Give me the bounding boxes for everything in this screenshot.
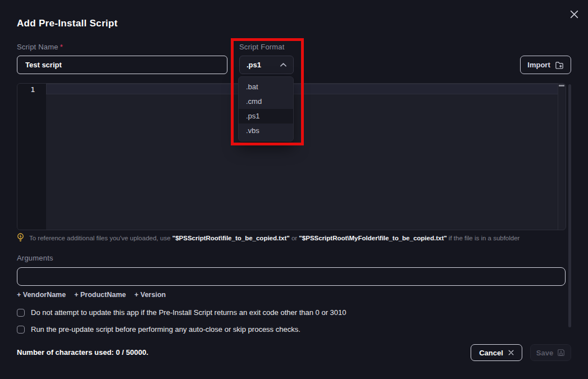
format-option-cmd[interactable]: .cmd <box>239 94 293 109</box>
arguments-label: Arguments <box>17 254 53 262</box>
save-floppy-icon <box>557 349 565 357</box>
editor-line-number-gutter: 1 <box>17 84 46 230</box>
checkbox-exit-code-label: Do not attempt to update this app if the… <box>31 308 347 317</box>
required-asterisk: * <box>60 43 63 51</box>
script-name-input[interactable] <box>17 56 227 74</box>
checkbox-row-exit-code[interactable]: Do not attempt to update this app if the… <box>17 308 347 317</box>
import-button[interactable]: Import <box>520 56 571 74</box>
script-name-label: Script Name* <box>17 43 63 51</box>
checkbox-run-pre-update-label: Run the pre-update script before perform… <box>31 325 300 334</box>
format-option-bat[interactable]: .bat <box>239 80 293 94</box>
format-option-ps1[interactable]: .ps1 <box>239 109 293 124</box>
hint-path-1: "$PSScriptRoot\file_to_be_copied.txt" <box>172 235 290 241</box>
lightbulb-icon <box>17 233 24 243</box>
editor-active-line-highlight <box>46 84 558 94</box>
page-scrollbar-thumb[interactable] <box>568 84 571 327</box>
editor-scrollbar-thumb[interactable] <box>559 85 564 86</box>
token-vendor-name[interactable]: + VendorName <box>17 291 66 299</box>
format-option-vbs[interactable]: .vbs <box>239 124 293 138</box>
checkbox-run-pre-update[interactable] <box>17 326 25 334</box>
modal-title: Add Pre-Install Script <box>17 18 117 29</box>
editor-scrollbar-track <box>558 84 558 230</box>
hint-text-or: or <box>290 235 299 241</box>
argument-token-row: + VendorName + ProductName + Version <box>17 291 166 299</box>
upload-hint: To reference additional files you've upl… <box>17 232 519 243</box>
chevron-up-icon <box>280 63 286 67</box>
hint-path-2: "$PSScriptRoot\MyFolder\file_to_be_copie… <box>299 235 446 241</box>
folder-plus-icon <box>555 61 564 69</box>
cancel-button[interactable]: Cancel <box>471 344 522 361</box>
hint-text-suffix: if the file is in a subfolder <box>447 235 520 241</box>
script-format-dropdown-menu: .bat .cmd .ps1 .vbs <box>238 76 294 141</box>
checkbox-exit-code[interactable] <box>17 309 25 317</box>
import-button-label: Import <box>527 61 550 69</box>
save-button[interactable]: Save <box>530 344 571 361</box>
line-number: 1 <box>31 86 35 94</box>
script-format-label: Script Format <box>239 43 285 51</box>
save-button-label: Save <box>536 349 553 357</box>
checkbox-row-run-pre-update[interactable]: Run the pre-update script before perform… <box>17 325 300 334</box>
script-format-selected-value: .ps1 <box>247 61 261 69</box>
hint-text-prefix: To reference additional files you've upl… <box>29 235 172 241</box>
close-icon <box>569 10 579 19</box>
close-button[interactable] <box>568 8 580 20</box>
character-counter: Number of characters used: 0 / 50000. <box>17 348 148 357</box>
script-format-select[interactable]: .ps1 <box>239 56 294 74</box>
arguments-input[interactable] <box>17 267 566 286</box>
cancel-x-icon <box>508 350 514 355</box>
token-product-name[interactable]: + ProductName <box>74 291 126 299</box>
token-version[interactable]: + Version <box>134 291 166 299</box>
cancel-button-label: Cancel <box>479 349 503 357</box>
